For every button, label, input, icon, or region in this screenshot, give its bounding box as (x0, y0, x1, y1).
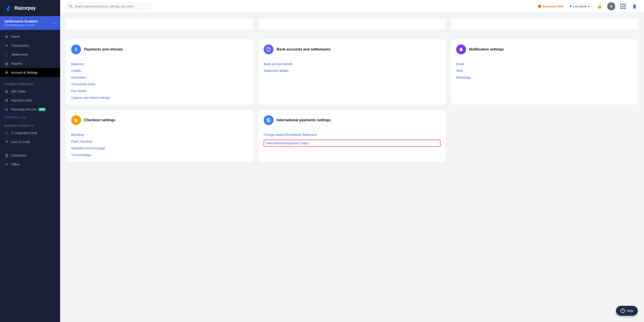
sidebar-item-customers[interactable]: 👤 Customers (0, 151, 60, 160)
settlements-banner[interactable]: Settlements Enabled Personalise your Acc… (0, 16, 60, 30)
banking-products-label: BANKING PRODUCTS (0, 121, 60, 128)
search-icon: 🔍 (69, 5, 73, 8)
checkout-icon (71, 115, 81, 125)
balances-link[interactable]: Balances (71, 62, 248, 66)
sidebar-item-payment-links[interactable]: ⛓ Payment Links (0, 96, 60, 105)
payments-refunds-card: $ Payments and refunds Balances Credits … (66, 39, 254, 105)
sidebar-item-label: Settlements (11, 53, 28, 56)
sidebar-item-reports[interactable]: ▤ Reports (0, 59, 60, 68)
home-icon: ⊞ (4, 35, 8, 39)
razorpay-me-icon: ◎ (4, 107, 8, 111)
email-link[interactable]: Email (456, 62, 633, 66)
international-payments-links: Foreign Inward Remittance Statement Inte… (264, 133, 440, 147)
help-button[interactable]: ? Help (616, 306, 638, 316)
exclusive-offer-button[interactable]: 🎁 Exclusive Offer (538, 5, 564, 8)
logo-area[interactable]: Razorpay (0, 0, 60, 16)
checkout-settings-header: Checkout settings (71, 115, 248, 129)
sidebar-item-razorpay-me[interactable]: ◎ Razorpay.me Link NEW (0, 105, 60, 114)
bank-accounts-links: Bank account details Settlement details (264, 62, 440, 73)
notification-settings-card: Notification settings Email SMS WhatsApp (450, 39, 638, 105)
main-area: 🔍 🎁 Exclusive Offer Live Mode ▾ 🔔 A (60, 0, 644, 322)
user-icon: 👤 (632, 4, 637, 9)
content-area: $ Payments and refunds Balances Credits … (60, 13, 644, 322)
partial-card-2 (258, 18, 446, 30)
sidebar-item-qr-codes[interactable]: ⊞ QR Codes (0, 87, 60, 96)
international-payments-header: International payments settings (264, 115, 440, 129)
user-profile-button[interactable]: 👤 (630, 2, 638, 10)
chevron-down-icon: ▾ (588, 5, 590, 8)
payments-refunds-title: Payments and refunds (84, 47, 123, 52)
checkout-settings-card: Checkout settings Branding Flash checkou… (66, 110, 254, 162)
sidebar-item-label: Payment Links (11, 99, 32, 102)
live-mode-button[interactable]: Live Mode ▾ (568, 3, 592, 10)
settlements-banner-arrow: → (52, 21, 56, 25)
notification-settings-title: Notification settings (469, 47, 504, 52)
transaction-limits-link[interactable]: Transaction limits (71, 82, 248, 86)
sms-link[interactable]: SMS (456, 69, 633, 73)
globe-icon (264, 115, 274, 125)
payment-products-label: PAYMENT PRODUCTS (0, 79, 60, 87)
help-label: Help (627, 309, 633, 312)
sidebar-item-settlements[interactable]: ✓ Settlements (0, 50, 60, 59)
live-mode-label: Live Mode (573, 5, 586, 8)
bank-accounts-title: Bank accounts and settlements (277, 47, 330, 52)
avatar-button[interactable]: A (607, 2, 615, 10)
search-input[interactable] (74, 5, 148, 8)
flash-checkout-link[interactable]: Flash checkout (71, 140, 248, 143)
international-payments-codes-link[interactable]: International Payments Codes (264, 140, 440, 147)
grid-menu-button[interactable] (619, 2, 627, 10)
settlement-details-link[interactable]: Settlement details (264, 69, 440, 73)
sidebar-item-offers[interactable]: 🏷 Offers (0, 160, 60, 169)
notification-settings-links: Email SMS WhatsApp (456, 62, 633, 79)
new-badge: NEW (38, 108, 46, 111)
sidebar-item-x-corporate-cards[interactable]: ▭ X Corporate Cards (0, 128, 60, 137)
bank-account-details-link[interactable]: Bank account details (264, 62, 440, 66)
qr-codes-icon: ⊞ (4, 89, 8, 93)
corporate-cards-icon: ▭ (4, 131, 8, 135)
sidebar-item-label: X Corporate Cards (11, 131, 38, 135)
checkout-settings-title: Checkout settings (84, 118, 115, 122)
search-bar[interactable]: 🔍 (66, 3, 151, 10)
settlements-banner-subtitle: Personalise your Account (4, 24, 38, 27)
credits-link[interactable]: Credits (71, 69, 248, 73)
trusted-badge-link[interactable]: Trusted badge (71, 153, 248, 157)
settings-cards-grid: $ Payments and refunds Balances Credits … (66, 39, 638, 162)
international-payments-title: International payments settings (277, 118, 331, 122)
help-icon: ? (620, 308, 625, 313)
sidebar-item-label: Line of Credit (11, 140, 30, 144)
bank-accounts-card: Bank accounts and settlements Bank accou… (258, 39, 446, 105)
payment-links-icon: ⛓ (4, 98, 8, 102)
payments-refunds-links: Balances Credits Reminders Transaction l… (71, 62, 248, 100)
bank-icon (264, 45, 274, 54)
sidebar-item-account-settings[interactable]: ⚙ Account & Settings (0, 68, 60, 77)
sidebar-item-label: QR Codes (11, 90, 26, 93)
payments-icon: $ (71, 45, 81, 54)
checkout-settings-links: Branding Flash checkout Mandate summary … (71, 133, 248, 157)
branding-link[interactable]: Branding (71, 133, 248, 137)
partial-card-1 (66, 18, 254, 30)
bank-accounts-header: Bank accounts and settlements (264, 45, 440, 58)
sidebar-item-transactions[interactable]: ⇄ Transactions (0, 41, 60, 50)
foreign-inward-remittance-link[interactable]: Foreign Inward Remittance Statement (264, 133, 440, 137)
show-all-button[interactable]: SHOW ALL (11) (0, 114, 60, 121)
whatsapp-link[interactable]: WhatsApp (456, 76, 633, 79)
fee-bearer-link[interactable]: Fee bearer (71, 89, 248, 93)
transactions-icon: ⇄ (4, 44, 8, 48)
offers-icon: 🏷 (4, 162, 8, 166)
reminders-link[interactable]: Reminders (71, 76, 248, 79)
sidebar-item-label: Offers (11, 163, 20, 166)
sidebar-item-label: Account & Settings (11, 71, 38, 74)
partial-card-3 (450, 18, 638, 30)
reports-icon: ▤ (4, 62, 8, 66)
mandate-summary-link[interactable]: Mandate summary page (71, 146, 248, 150)
topbar-right: 🎁 Exclusive Offer Live Mode ▾ 🔔 A (538, 2, 638, 10)
exclusive-offer-label: Exclusive Offer (542, 5, 564, 8)
line-of-credit-icon: ₹ (4, 140, 8, 144)
sidebar-item-line-of-credit[interactable]: ₹ Line of Credit (0, 137, 60, 146)
svg-rect-0 (4, 4, 12, 12)
sidebar-item-home[interactable]: ⊞ Home (0, 32, 60, 41)
notifications-button[interactable]: 🔔 (596, 2, 604, 10)
capture-refund-settings-link[interactable]: Capture and refund settings (71, 96, 248, 100)
topbar: 🔍 🎁 Exclusive Offer Live Mode ▾ 🔔 A (60, 0, 644, 13)
sidebar-item-label: Reports (11, 62, 22, 65)
